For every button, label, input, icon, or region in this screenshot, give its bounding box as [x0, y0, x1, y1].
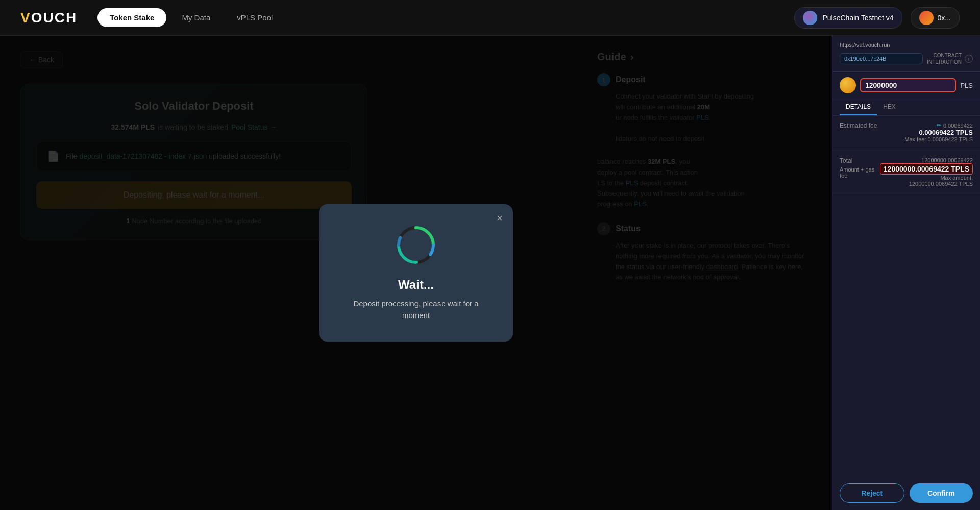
wallet-address-text: 0x190e0...7c24B [844, 56, 887, 62]
nav-tabs: Token Stake My Data vPLS Pool [97, 8, 284, 27]
tab-hex[interactable]: HEX [877, 99, 902, 115]
amount-input[interactable]: 12000000 [860, 78, 956, 92]
wallet-badge[interactable]: 0x... [911, 7, 960, 29]
modal-text: Deposit processing, please wait for a mo… [345, 298, 487, 321]
spinner-svg [396, 225, 436, 265]
total-sub: 12000000.00069422 [880, 157, 973, 163]
nav-tab-token-stake[interactable]: Token Stake [97, 8, 166, 27]
fee-row: Estimated fee ✏ 0.00069422 0.00069422 TP… [840, 122, 973, 142]
total-label-detail: Amount + gasfee [840, 166, 874, 179]
header-right: PulseChain Testnet v4 0x... [794, 7, 960, 29]
wallet-address-row: 0x190e0...7c24B CONTRACTINTERACTION i [840, 52, 973, 65]
fee-section: Estimated fee ✏ 0.00069422 0.00069422 TP… [832, 116, 980, 151]
contract-label: CONTRACTINTERACTION [927, 52, 962, 65]
fee-main-amount: 0.00069422 TPLS [904, 129, 973, 136]
wallet-avatar [919, 11, 934, 25]
fee-label: Estimated fee [840, 122, 877, 129]
wallet-panel-header: https://val.vouch.run 0x190e0...7c24B CO… [832, 36, 980, 72]
modal-close-button[interactable]: × [497, 212, 503, 224]
total-max: Max amount: 12000000.0069422 TPLS [880, 175, 973, 187]
total-row: Total Amount + gasfee 12000000.00069422 … [840, 157, 973, 187]
wallet-address-badge: 0x190e0...7c24B [840, 53, 923, 64]
tab-details[interactable]: DETAILS [840, 99, 877, 115]
total-main: 12000000.00069422 TPLS [880, 163, 973, 175]
fee-sub-amount: 0.00069422 [943, 123, 973, 129]
network-badge[interactable]: PulseChain Testnet v4 [794, 7, 902, 29]
fee-values: ✏ 0.00069422 0.00069422 TPLS Max fee: 0.… [904, 122, 973, 142]
total-values: 12000000.00069422 12000000.00069422 TPLS… [880, 157, 973, 187]
header: VOUCH Token Stake My Data vPLS Pool Puls… [0, 0, 980, 36]
nav-tab-my-data[interactable]: My Data [170, 9, 222, 26]
amount-currency: PLS [960, 82, 973, 89]
modal-overlay: × Wait... Deposit processing, please wai… [0, 36, 832, 510]
total-section: Total Amount + gasfee 12000000.00069422 … [832, 151, 980, 193]
network-icon [803, 11, 817, 25]
wallet-tabs: DETAILS HEX [832, 99, 980, 116]
network-label: PulseChain Testnet v4 [822, 14, 893, 22]
reject-button[interactable]: Reject [840, 483, 904, 503]
nav-tab-vpls-pool[interactable]: vPLS Pool [226, 9, 284, 26]
fee-edit-icon[interactable]: ✏ [937, 122, 941, 129]
info-icon[interactable]: i [965, 55, 973, 63]
amount-avatar [840, 77, 856, 93]
spinner [396, 225, 436, 265]
total-left: Total Amount + gasfee [840, 157, 874, 179]
logo: VOUCH [20, 10, 77, 26]
modal-card: × Wait... Deposit processing, please wai… [319, 204, 513, 342]
modal-title: Wait... [345, 278, 487, 292]
wallet-address: 0x... [938, 14, 951, 22]
confirm-button[interactable]: Confirm [910, 483, 973, 503]
fee-max: Max fee: 0.00069422 TPLS [904, 136, 973, 142]
total-label: Total [840, 157, 874, 164]
wallet-url: https://val.vouch.run [840, 42, 973, 48]
wallet-actions: Reject Confirm [832, 476, 980, 510]
amount-row: 12000000 PLS [832, 72, 980, 99]
wallet-panel: https://val.vouch.run 0x190e0...7c24B CO… [832, 36, 980, 510]
